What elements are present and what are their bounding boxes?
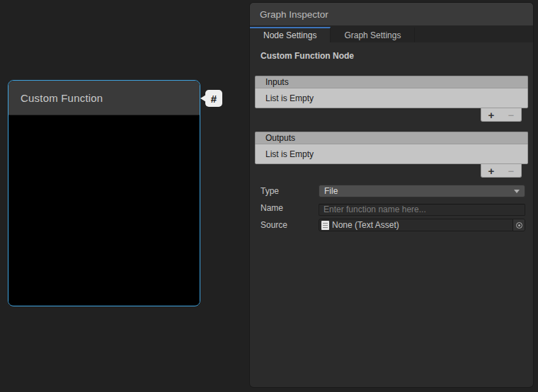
- node-title: Custom Function: [21, 92, 103, 104]
- inputs-list-footer: + −: [481, 108, 522, 122]
- name-control: [319, 202, 525, 216]
- outputs-add-button[interactable]: +: [483, 165, 500, 177]
- tab-node-settings-label: Node Settings: [263, 30, 316, 40]
- object-picker-icon: [516, 222, 522, 229]
- outputs-remove-button[interactable]: −: [503, 165, 520, 177]
- inputs-add-button[interactable]: +: [483, 109, 500, 121]
- type-dropdown[interactable]: File: [319, 185, 525, 197]
- hash-icon: #: [211, 93, 217, 105]
- source-control: None (Text Asset): [319, 219, 525, 231]
- tab-graph-settings-label: Graph Settings: [344, 30, 401, 40]
- section-heading: Custom Function Node: [261, 51, 354, 61]
- type-control: File: [319, 185, 525, 197]
- inputs-list-header: Inputs: [255, 76, 528, 88]
- graph-inspector-panel: Graph Inspector Node Settings Graph Sett…: [250, 3, 533, 387]
- inputs-list: Inputs List is Empty + −: [255, 76, 528, 108]
- source-object-field[interactable]: None (Text Asset): [319, 219, 525, 231]
- node-titlebar[interactable]: Custom Function: [8, 81, 200, 115]
- function-name-input[interactable]: [319, 204, 525, 216]
- source-label: Source: [261, 220, 287, 230]
- custom-function-node[interactable]: Custom Function: [8, 80, 200, 306]
- outputs-list-header: Outputs: [255, 132, 528, 144]
- panel-title: Graph Inspector: [260, 9, 328, 20]
- text-asset-icon: [321, 221, 329, 230]
- tab-node-settings[interactable]: Node Settings: [250, 27, 331, 42]
- name-label: Name: [261, 203, 283, 213]
- outputs-list-footer: + −: [481, 164, 522, 178]
- tab-graph-settings[interactable]: Graph Settings: [331, 27, 415, 42]
- chevron-down-icon: [514, 190, 520, 193]
- outputs-list-empty-row: List is Empty: [255, 144, 528, 164]
- outputs-list: Outputs List is Empty + −: [255, 132, 528, 164]
- tab-bar: Node Settings Graph Settings: [250, 27, 533, 42]
- type-label: Type: [261, 186, 279, 196]
- panel-header[interactable]: Graph Inspector: [250, 3, 533, 27]
- type-dropdown-value: File: [324, 186, 338, 196]
- node-preview-body: [8, 115, 200, 305]
- node-hash-badge[interactable]: #: [205, 90, 222, 107]
- source-object-value: None (Text Asset): [332, 220, 399, 230]
- inputs-list-empty-row: List is Empty: [255, 88, 528, 108]
- object-picker-button[interactable]: [513, 219, 525, 231]
- inputs-remove-button[interactable]: −: [503, 109, 520, 121]
